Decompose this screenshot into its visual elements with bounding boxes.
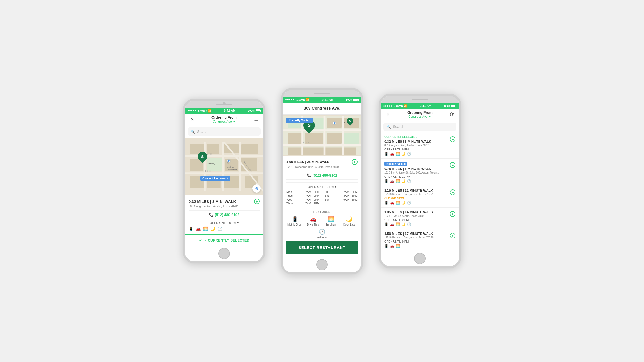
wifi-icon-2: 📶: [306, 98, 309, 101]
drive-thru-icon: 🚗: [310, 216, 316, 222]
status-bar-3: Sketch 📶 9:41 AM 100%: [381, 103, 459, 109]
map-icon-3[interactable]: 🗺: [448, 112, 455, 117]
moon-icon-1: 🌙: [210, 226, 215, 231]
list-icons-4: 📱 🚗 🌅 🌙 🕐: [384, 222, 450, 226]
nav-title-3: Ordering From: [407, 110, 433, 115]
list-sun-icon-1: 🌅: [396, 152, 400, 156]
svg-text:E 8th St: E 8th St: [205, 170, 211, 172]
features-section-2: FEATURES 📱 Mobile Order 🚗 Drive Thru 🌅 B…: [286, 208, 358, 239]
list-item-4[interactable]: 1.35 MILES | 14 MINUTE WALK 1923 E. 7th …: [381, 208, 459, 229]
search-bar-1[interactable]: 🔍 Search: [188, 127, 261, 136]
feature-drive-thru: 🚗 Drive Thru: [305, 216, 321, 226]
user-location-dot-2: [333, 122, 336, 124]
sunrise-icon-1: 🌅: [203, 226, 208, 231]
list-address-4: 1923 E. 7th St. Austin, Texas 78702: [384, 214, 450, 217]
currently-selected-label-1: CURRENTLY SELECTED: [384, 135, 450, 139]
close-icon-3[interactable]: ✕: [384, 112, 392, 117]
time-3: 9:41 AM: [420, 104, 431, 108]
locate-button-1[interactable]: ⊕: [252, 184, 261, 193]
restaurant-marker-1: S: [198, 152, 207, 161]
feature-open-late: 🌙 Open Late: [341, 216, 357, 226]
features-grid-2: 📱 Mobile Order 🚗 Drive Thru 🌅 Breakfast …: [286, 216, 358, 239]
list-distance-3: 1.15 MILES | 11 MINUTE WALK: [384, 188, 450, 192]
svg-rect-34: [344, 133, 359, 144]
navigate-icon-list-4[interactable]: ▶: [450, 211, 455, 217]
list-sun-icon-4: 🌅: [396, 222, 400, 226]
time-2: 9:41 AM: [322, 98, 334, 102]
navigate-icon-2[interactable]: ▶: [352, 159, 358, 165]
list-icons-3: 📱 🚗 🌅 🌙 🕐: [384, 201, 450, 205]
nav-subtitle-1[interactable]: Congress Ave ▼: [211, 120, 237, 123]
list-mobile-icon-1: 📱: [384, 152, 388, 156]
navigate-icon-list-2[interactable]: ▶: [450, 162, 455, 168]
list-clock-icon-3: 🕐: [407, 201, 411, 205]
list-sun-icon-2: 🌅: [396, 179, 400, 183]
list-address-2: 1210 San Antonio St, Suite 100, Austin, …: [384, 171, 450, 174]
feature-breakfast: 🌅 Breakfast: [323, 216, 339, 226]
distance-1: 0.32 MILES | 3 MIN. WALK ▶: [189, 199, 260, 204]
svg-rect-2: [207, 144, 219, 154]
nav-subtitle-3[interactable]: Congress Ave ▼: [407, 115, 433, 118]
nav-bar-3: ✕ Ordering From Congress Ave ▼ 🗺: [381, 109, 459, 120]
back-icon-2[interactable]: ←: [286, 106, 294, 111]
list-address-5: 12518 Research Blvd, Austin, Texas 78759: [384, 236, 450, 239]
closest-badge-1: Closest Restaurant: [200, 176, 230, 181]
list-car-icon-5: 🚗: [390, 244, 394, 248]
navigate-icon-list-1[interactable]: ▶: [450, 136, 455, 142]
phone-number-1: 📞 (512) 480-9102: [189, 210, 260, 219]
list-car-icon-4: 🚗: [390, 222, 394, 226]
breakfast-icon: 🌅: [328, 216, 334, 222]
phone-icon-1: 📞: [209, 213, 213, 217]
navigate-icon-list-5[interactable]: ▶: [450, 233, 455, 238]
list-item-5[interactable]: 1.56 MILES | 17 MINUTE WALK 12518 Resear…: [381, 229, 459, 251]
list-distance-2: 0.75 MILES | 6 MINUTE WALK: [384, 167, 450, 171]
phone-3: Sketch 📶 9:41 AM 100% ✕ Ordering From Co…: [379, 94, 461, 268]
recently-visited-label-2: Recently Visited: [384, 162, 407, 166]
checkmark-icon-1: ✓: [199, 238, 202, 243]
search-bar-3[interactable]: 🔍 Search: [383, 123, 456, 131]
svg-text:Hotel Downtown: Hotel Downtown: [227, 168, 238, 170]
list-status-3: CLOSED NOW: [384, 197, 450, 200]
list-clock-icon-2: 🕐: [407, 179, 411, 183]
list-icons-2: 📱 🚗 🌅 🌙 🕐: [384, 179, 450, 183]
features-title-2: FEATURES: [286, 210, 358, 213]
detail-distance-2: 1.96 MILES | 25 MIN. WALK ▶: [286, 159, 358, 165]
list-clock-icon-4: 🕐: [407, 222, 411, 226]
locations-list-3: CURRENTLY SELECTED 0.32 MILES | 3 MINUTE…: [381, 133, 459, 251]
search-icon-3: 🔍: [386, 125, 391, 129]
map-area-1: E 10th St E 8th St San Jacinto Blvd Trin…: [185, 138, 263, 195]
detail-map-2: W 11th St W 10th St S S S Recently Visit…: [283, 115, 361, 156]
list-item-2[interactable]: Recently Visited 0.75 MILES | 6 MINUTE W…: [381, 159, 459, 186]
nav-bar-1: ✕ Ordering From Congress Ave ▼ ☰: [185, 114, 263, 125]
svg-text:S: S: [344, 121, 345, 123]
detail-nav-2: ← 809 Congress Ave.: [283, 103, 361, 115]
menu-icon-1[interactable]: ☰: [252, 117, 260, 122]
mobile-order-icon: 📱: [292, 216, 298, 222]
car-icon-1: 🚗: [196, 226, 201, 231]
nav-title-1: Ordering From: [211, 115, 237, 120]
list-status-5: OPEN UNTIL 9 PM: [384, 240, 450, 243]
carrier-3: Sketch: [394, 104, 403, 107]
list-status-4: OPEN UNTIL 9 PM: [384, 218, 450, 221]
detail-hours-2: OPEN UNTIL 9 PM ▾ Mon7AM - 9PM Fri7AM - …: [286, 182, 358, 205]
navigate-icon-1[interactable]: ▶: [254, 199, 260, 204]
time-1: 9:41 AM: [224, 109, 236, 113]
carrier-1: Sketch: [198, 109, 207, 112]
list-sun-icon-5: 🌅: [396, 244, 400, 248]
close-icon-1[interactable]: ✕: [189, 117, 196, 122]
list-mobile-icon-2: 📱: [384, 179, 388, 183]
status-bar-1: Sketch 📶 9:41 AM 100%: [185, 108, 263, 114]
clock-icon-1: 🕐: [217, 226, 223, 231]
navigate-icon-list-3[interactable]: ▶: [450, 189, 455, 195]
list-icons-1: 📱 🚗 🌅 🌙 🕐: [384, 152, 450, 156]
open-late-icon: 🌙: [346, 216, 352, 222]
svg-rect-35: [288, 147, 356, 155]
list-item-3[interactable]: 1.15 MILES | 11 MINUTE WALK 12518 Resear…: [381, 186, 459, 208]
list-mobile-icon-3: 📱: [384, 201, 388, 205]
select-restaurant-button-2[interactable]: SELECT RESTAURANT: [286, 241, 358, 254]
list-item-1[interactable]: CURRENTLY SELECTED 0.32 MILES | 3 MINUTE…: [381, 133, 459, 159]
feature-mobile-order: 📱 Mobile Order: [287, 216, 303, 226]
list-car-icon-2: 🚗: [390, 179, 394, 183]
wifi-icon-1: 📶: [208, 109, 211, 113]
phone-1: Sketch 📶 9:41 AM 100% ✕ Ordering From Co…: [183, 99, 265, 263]
